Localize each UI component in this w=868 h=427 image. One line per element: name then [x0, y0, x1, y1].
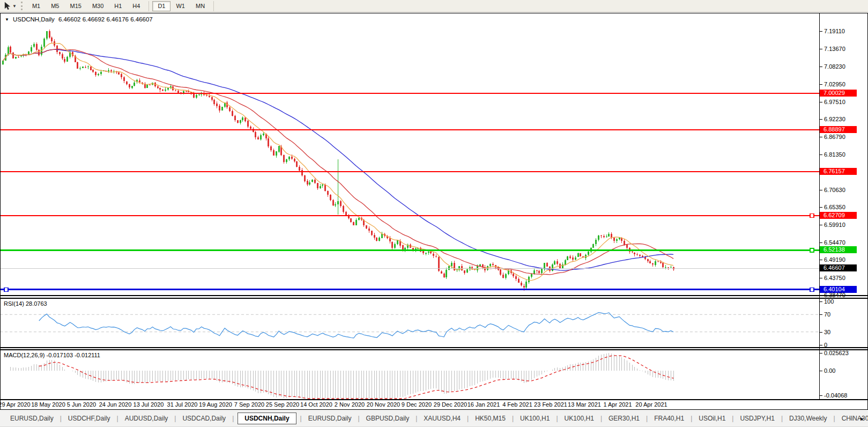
- chart-tab[interactable]: GBPUSD,Daily: [363, 414, 412, 423]
- cursor-tool-button[interactable]: ▼: [2, 1, 18, 11]
- price-level-badge[interactable]: 6.52138: [820, 246, 857, 253]
- separator-main-rsi-a[interactable]: [0, 295, 868, 296]
- chart-tab[interactable]: USDCHF,Daily: [65, 414, 113, 423]
- chart-tab-bar: EURUSD,Daily|USDCHF,Daily|AUDUSD,Daily|U…: [0, 410, 868, 427]
- timeframe-button-M30[interactable]: M30: [87, 1, 109, 11]
- candle-body: [234, 116, 236, 120]
- price-tick-mark: [820, 154, 822, 155]
- candle-body: [219, 106, 220, 111]
- candle-body: [322, 185, 323, 186]
- candle-body: [177, 91, 179, 93]
- rsi-panel[interactable]: [0, 299, 819, 347]
- timeframe-button-W1[interactable]: W1: [170, 1, 190, 11]
- price-level-badge[interactable]: 6.76157: [820, 168, 857, 175]
- timeframe-button-H1[interactable]: H1: [109, 1, 127, 11]
- candle-body: [343, 206, 344, 212]
- chart-tab[interactable]: EURUSD,Daily: [8, 414, 56, 423]
- candle-body: [311, 180, 313, 182]
- toolbar-grip[interactable]: [21, 2, 23, 10]
- candle-body: [619, 238, 620, 239]
- toolbar-separator: [149, 1, 149, 11]
- candle-body: [505, 274, 507, 278]
- price-level-badge[interactable]: 6.40104: [820, 286, 857, 293]
- candle-body: [652, 263, 654, 264]
- chart-tab[interactable]: DJ30,Weekly: [787, 414, 829, 423]
- separator-main-rsi-b[interactable]: [0, 298, 868, 299]
- macd-histogram: [11, 353, 673, 399]
- candle-body: [10, 47, 11, 52]
- price-tick-label: 6.86790: [824, 134, 845, 140]
- macd-panel[interactable]: [0, 350, 819, 399]
- chart-tab[interactable]: EURUSD,Daily: [306, 414, 354, 423]
- price-level-badge[interactable]: 6.88897: [820, 126, 857, 133]
- macd-tick-mark: [820, 353, 822, 354]
- level-handle[interactable]: [4, 288, 8, 291]
- candle-body: [670, 267, 672, 268]
- chart-tab[interactable]: HK50,M15: [472, 414, 508, 423]
- candle-body: [18, 57, 19, 57]
- price-level-badge[interactable]: 7.00029: [820, 90, 857, 97]
- price-tick-label: 7.19110: [824, 28, 845, 34]
- candle-body: [454, 263, 455, 270]
- candle-body: [592, 244, 594, 248]
- candle-body: [626, 245, 628, 248]
- candle-body: [665, 267, 666, 268]
- candle-body: [2, 61, 4, 64]
- candle-body: [330, 195, 331, 200]
- candle-body: [557, 261, 558, 264]
- separator-rsi-macd-a[interactable]: [0, 347, 868, 348]
- rsi-tick-label: 70: [824, 311, 830, 318]
- chart-tab[interactable]: USDCAD,Daily: [180, 414, 228, 423]
- timeframe-button-H4[interactable]: H4: [127, 1, 145, 11]
- candle-body: [133, 83, 135, 86]
- main-chart-panel[interactable]: [0, 13, 819, 295]
- timeframe-button-D1[interactable]: D1: [152, 1, 170, 11]
- candle-body: [257, 137, 259, 139]
- timeframe-button-MN[interactable]: MN: [190, 1, 210, 11]
- candle-body: [451, 263, 452, 266]
- tab-scroll-left-icon[interactable]: ◄: [848, 416, 854, 422]
- tab-separator: |: [117, 415, 118, 422]
- level-handle[interactable]: [810, 288, 814, 291]
- candle-body: [546, 263, 548, 267]
- separator-rsi-macd-b[interactable]: [0, 349, 868, 350]
- candle-body: [198, 94, 200, 95]
- timeframe-button-M1[interactable]: M1: [27, 1, 46, 11]
- chart-tab[interactable]: UK100,H1: [517, 414, 552, 423]
- candle-body: [175, 91, 176, 91]
- macd-tick-label: 0.025623: [824, 350, 849, 356]
- chart-tab[interactable]: USDJPY,H1: [737, 414, 777, 423]
- candle-body: [33, 44, 35, 47]
- candle-body: [394, 244, 396, 248]
- chart-menu-arrow-icon[interactable]: ▼: [5, 17, 9, 22]
- price-tick-mark: [820, 31, 822, 32]
- candle-body: [123, 77, 125, 82]
- chart-tab[interactable]: UK100,H1: [562, 414, 597, 423]
- candle-body: [531, 274, 532, 277]
- macd-tick-mark: [820, 395, 822, 396]
- candle-body: [268, 138, 269, 146]
- chart-tab[interactable]: USOil,H1: [696, 414, 728, 423]
- candle-body: [667, 267, 669, 268]
- chart-tab[interactable]: AUDUSD,Daily: [122, 414, 171, 423]
- rsi-tick-label: 100: [824, 298, 834, 305]
- chart-tab[interactable]: FRA40,H1: [651, 414, 687, 423]
- tab-scroll-right-icon[interactable]: ►: [859, 416, 865, 422]
- candle-body: [183, 91, 184, 93]
- timeframe-button-M15[interactable]: M15: [64, 1, 86, 11]
- candle-body: [317, 183, 318, 188]
- price-tick-label: 6.81350: [824, 151, 845, 158]
- timeframe-button-M5[interactable]: M5: [46, 1, 64, 11]
- candle-body: [515, 276, 517, 279]
- candle-body: [126, 82, 128, 84]
- chevron-down-icon[interactable]: ▼: [12, 4, 17, 9]
- chart-tab[interactable]: GER30,H1: [606, 414, 642, 423]
- candle-body: [240, 120, 241, 123]
- chart-tab[interactable]: XAUUSD,H4: [421, 414, 463, 423]
- candle-body: [433, 254, 434, 256]
- price-level-badge[interactable]: 6.62709: [820, 212, 857, 219]
- chart-tab[interactable]: USDCNH,Daily: [238, 413, 296, 424]
- level-handle[interactable]: [810, 214, 814, 217]
- level-handle[interactable]: [810, 248, 814, 252]
- price-tick-mark: [820, 49, 822, 49]
